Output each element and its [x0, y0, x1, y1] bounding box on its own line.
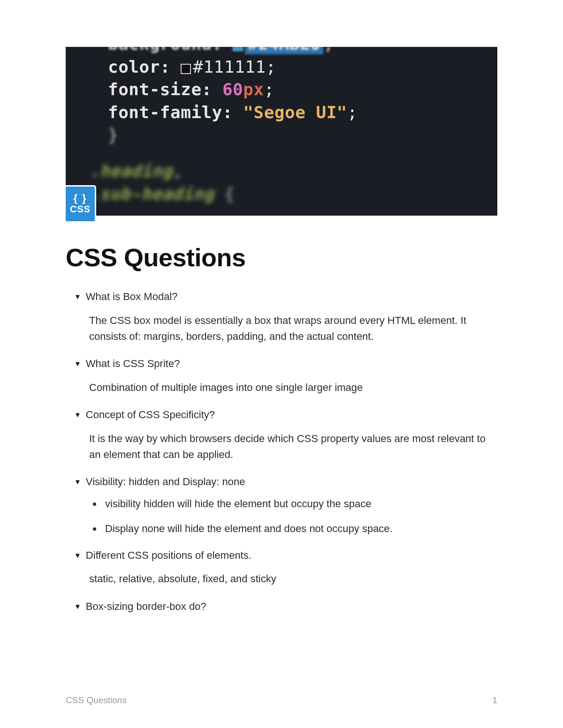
toggle-block: ▼ Different CSS positions of elements. s…	[74, 548, 497, 587]
page-footer: CSS Questions 1	[0, 695, 563, 705]
color-swatch-icon	[181, 64, 191, 74]
toggle-title: What is Box Modal?	[86, 290, 178, 304]
toggle-title: Concept of CSS Specificity?	[86, 408, 215, 422]
code-token: .heading	[89, 161, 172, 180]
toggle-header[interactable]: ▼ Different CSS positions of elements.	[74, 548, 497, 563]
code-token: .sub-heading	[89, 184, 214, 203]
toggle-body: It is the way by which browsers decide w…	[89, 431, 497, 463]
triangle-down-icon: ▼	[74, 357, 81, 371]
page-icon-label: CSS	[70, 203, 91, 215]
footer-title: CSS Questions	[66, 695, 127, 705]
toggle-header[interactable]: ▼ Box-sizing border-box do?	[74, 600, 497, 614]
code-token: "Segoe UI"	[243, 103, 347, 122]
list-item: visibility hidden will hide the element …	[102, 496, 497, 511]
toggle-block: ▼ Visibility: hidden and Display: none v…	[74, 475, 497, 536]
toggle-body: The CSS box model is essentially a box t…	[89, 313, 497, 345]
toggle-header[interactable]: ▼ Concept of CSS Specificity?	[74, 408, 497, 422]
code-token: 60	[222, 80, 243, 99]
cover-image: background: #24ABE0; color: #111111; fon…	[66, 47, 497, 216]
triangle-down-icon: ▼	[74, 290, 81, 304]
code-token: font-size	[108, 80, 202, 99]
toggle-body: static, relative, absolute, fixed, and s…	[89, 571, 497, 587]
code-token: px	[243, 80, 264, 99]
page-content: ▼ What is Box Modal? The CSS box model i…	[66, 290, 497, 614]
toggle-block: ▼ Box-sizing border-box do?	[74, 600, 497, 614]
triangle-down-icon: ▼	[74, 475, 81, 489]
braces-icon: { }	[73, 193, 87, 203]
toggle-title: Visibility: hidden and Display: none	[86, 475, 245, 489]
triangle-down-icon: ▼	[74, 600, 81, 614]
toggle-title: Different CSS positions of elements.	[86, 548, 251, 563]
toggle-header[interactable]: ▼ What is CSS Sprite?	[74, 357, 497, 371]
code-highlight: #24ABE0	[245, 47, 323, 54]
toggle-block: ▼ Concept of CSS Specificity? It is the …	[74, 408, 497, 463]
toggle-block: ▼ What is CSS Sprite? Combination of mul…	[74, 357, 497, 396]
list-item: Display none will hide the element and d…	[102, 521, 497, 536]
color-swatch-icon	[233, 47, 243, 51]
code-token: #111111	[193, 57, 266, 76]
toggle-block: ▼ What is Box Modal? The CSS box model i…	[74, 290, 497, 345]
toggle-title: What is CSS Sprite?	[86, 357, 180, 371]
footer-page-number: 1	[492, 695, 497, 705]
toggle-title: Box-sizing border-box do?	[86, 600, 206, 614]
page-icon-css-badge: { } CSS	[66, 187, 95, 221]
code-token: font-family	[108, 103, 222, 122]
toggle-list: visibility hidden will hide the element …	[102, 496, 497, 536]
code-token: color	[108, 57, 160, 76]
triangle-down-icon: ▼	[74, 408, 81, 422]
triangle-down-icon: ▼	[74, 548, 81, 563]
code-token: background:	[108, 47, 222, 53]
toggle-header[interactable]: ▼ What is Box Modal?	[74, 290, 497, 304]
toggle-body: Combination of multiple images into one …	[89, 380, 497, 396]
toggle-header[interactable]: ▼ Visibility: hidden and Display: none	[74, 475, 497, 489]
page-title: CSS Questions	[66, 243, 497, 272]
